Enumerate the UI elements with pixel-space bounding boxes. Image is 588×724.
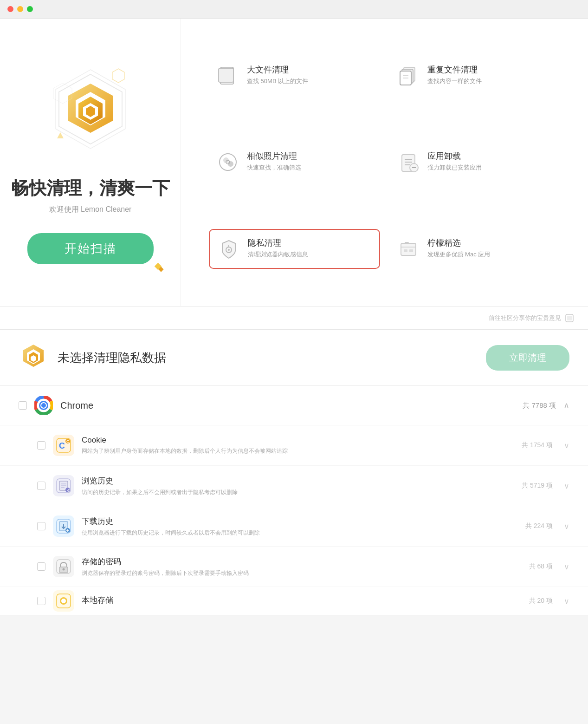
feature-privacy-clean-text: 隐私清理 清理浏览器内敏感信息 bbox=[248, 237, 308, 259]
privacy-header: 未选择清理隐私数据 立即清理 bbox=[0, 330, 588, 386]
download-checkbox[interactable] bbox=[37, 522, 45, 530]
cookie-checkbox[interactable] bbox=[37, 441, 45, 450]
history-icon: ⏱ bbox=[53, 475, 74, 496]
title-bar bbox=[0, 0, 588, 19]
svg-point-53 bbox=[41, 403, 46, 408]
svg-rect-41 bbox=[409, 249, 413, 252]
svg-rect-45 bbox=[567, 316, 572, 320]
svg-rect-18 bbox=[219, 68, 233, 82]
feature-lemon-select-text: 柠檬精选 发现更多优质 Mac 应用 bbox=[427, 237, 491, 259]
community-link[interactable]: 前往社区分享你的宝贵意见 bbox=[489, 313, 574, 323]
download-count: 共 224 项 bbox=[525, 522, 553, 530]
svg-rect-38 bbox=[401, 243, 416, 255]
browser-item-localstorage: 本地存储 共 20 项 ∨ bbox=[0, 587, 588, 615]
feature-duplicate-file-text: 重复文件清理 查找内容一样的文件 bbox=[427, 64, 482, 85]
svg-point-73 bbox=[63, 568, 65, 571]
browser-item-history: ⏱ 浏览历史 访问的历史记录，如果之后不会用到或者出于隐私考虑可以删除 共 57… bbox=[0, 466, 588, 506]
password-icon bbox=[53, 556, 74, 577]
privacy-title: 未选择清理隐私数据 bbox=[58, 350, 477, 366]
history-text: 浏览历史 访问的历史记录，如果之后不会用到或者出于隐私考虑可以删除 bbox=[82, 476, 514, 496]
app-logo bbox=[39, 60, 142, 163]
password-text: 存储的密码 浏览器保存的登录过的账号密码，删除后下次登录需要手动输入密码 bbox=[82, 556, 522, 577]
browser-chevron-up[interactable]: ∧ bbox=[563, 400, 569, 411]
svg-text:C: C bbox=[59, 441, 65, 450]
cookie-count: 共 1754 项 bbox=[522, 441, 553, 450]
localstorage-checkbox[interactable] bbox=[37, 597, 45, 605]
maximize-button[interactable] bbox=[27, 6, 33, 12]
svg-point-76 bbox=[61, 599, 66, 603]
feature-large-file-text: 大文件清理 查找 50MB 以上的文件 bbox=[247, 64, 308, 85]
svg-marker-7 bbox=[112, 69, 124, 83]
feature-lemon-select[interactable]: 柠檬精选 发现更多优质 Mac 应用 bbox=[389, 230, 561, 268]
feature-duplicate-file[interactable]: 重复文件清理 查找内容一样的文件 bbox=[389, 57, 561, 95]
feature-large-file[interactable]: 大文件清理 查找 50MB 以上的文件 bbox=[209, 57, 380, 95]
main-title: 畅快清理，清爽一下 bbox=[11, 176, 170, 200]
chrome-icon bbox=[34, 396, 53, 415]
password-checkbox[interactable] bbox=[37, 562, 45, 571]
localstorage-icon bbox=[53, 590, 74, 612]
browser-item-download: 下载历史 使用浏览器进行下载的历史记录，时间较久或者以后不会用到的可以删除 共 … bbox=[0, 506, 588, 547]
logo-svg bbox=[39, 60, 142, 163]
scan-button[interactable]: 开始扫描 bbox=[27, 233, 154, 264]
right-panel: 大文件清理 查找 50MB 以上的文件 重复文件清理 查找内容一样的文件 bbox=[181, 19, 588, 306]
download-chevron[interactable]: ∨ bbox=[564, 522, 569, 531]
browser-item-password: 存储的密码 浏览器保存的登录过的账号密码，删除后下次登录需要手动输入密码 共 6… bbox=[0, 547, 588, 587]
browser-name: Chrome bbox=[60, 400, 515, 411]
browser-section: Chrome 共 7788 项 ∧ C C Cookie 网站为了辨别用户身份而… bbox=[0, 386, 588, 615]
history-checkbox[interactable] bbox=[37, 482, 45, 490]
cookie-chevron[interactable]: ∨ bbox=[564, 441, 569, 450]
clean-button[interactable]: 立即清理 bbox=[486, 345, 569, 371]
top-panel: 畅快清理，清爽一下 欢迎使用 Lemon Cleaner 开始扫描 bbox=[0, 19, 588, 307]
localstorage-text: 本地存储 bbox=[82, 595, 522, 607]
history-chevron[interactable]: ∨ bbox=[564, 482, 569, 490]
cookie-text: Cookie 网站为了辨别用户身份而存储在本地的数据，删除后个人行为为信息不会被… bbox=[82, 436, 514, 455]
localstorage-chevron[interactable]: ∨ bbox=[564, 597, 569, 606]
browser-count: 共 7788 项 bbox=[523, 401, 556, 410]
feature-similar-photo[interactable]: 相似照片清理 快速查找，准确筛选 bbox=[209, 143, 380, 181]
download-icon bbox=[53, 515, 74, 537]
bottom-panel: 未选择清理隐私数据 立即清理 bbox=[0, 330, 588, 615]
browser-checkbox[interactable] bbox=[19, 401, 27, 410]
password-chevron[interactable]: ∨ bbox=[564, 562, 569, 571]
svg-marker-8 bbox=[57, 132, 64, 138]
download-text: 下载历史 使用浏览器进行下载的历史记录，时间较久或者以后不会用到的可以删除 bbox=[82, 516, 518, 537]
svg-text:C: C bbox=[66, 439, 70, 444]
feature-app-uninstall-text: 应用卸载 强力卸载已安装应用 bbox=[427, 150, 482, 172]
feature-privacy-clean[interactable]: 隐私清理 清理浏览器内敏感信息 bbox=[209, 229, 380, 269]
svg-point-36 bbox=[228, 249, 230, 251]
similar-photo-icon bbox=[216, 150, 239, 174]
diamond-decoration bbox=[152, 260, 167, 278]
large-file-icon bbox=[216, 64, 239, 87]
svg-text:⏱: ⏱ bbox=[67, 489, 71, 493]
browser-item-cookie: C C Cookie 网站为了辨别用户身份而存储在本地的数据，删除后个人行为为信… bbox=[0, 425, 588, 466]
password-count: 共 68 项 bbox=[529, 562, 553, 571]
feature-app-uninstall[interactable]: 应用卸载 强力卸载已安装应用 bbox=[389, 143, 561, 181]
feature-similar-photo-text: 相似照片清理 快速查找，准确筛选 bbox=[247, 150, 301, 172]
app-uninstall-icon bbox=[397, 150, 420, 174]
duplicate-file-icon bbox=[397, 64, 420, 87]
privacy-clean-icon bbox=[217, 237, 240, 261]
close-button[interactable] bbox=[7, 6, 13, 12]
svg-rect-40 bbox=[404, 249, 407, 252]
privacy-logo bbox=[19, 343, 48, 372]
browser-header[interactable]: Chrome 共 7788 项 ∧ bbox=[0, 386, 588, 425]
localstorage-count: 共 20 项 bbox=[529, 597, 553, 605]
cookie-icon: C C bbox=[53, 435, 74, 456]
sub-title: 欢迎使用 Lemon Cleaner bbox=[49, 205, 132, 215]
community-bar: 前往社区分享你的宝贵意见 bbox=[0, 307, 588, 330]
left-panel: 畅快清理，清爽一下 欢迎使用 Lemon Cleaner 开始扫描 bbox=[0, 19, 181, 306]
minimize-button[interactable] bbox=[17, 6, 23, 12]
community-text: 前往社区分享你的宝贵意见 bbox=[489, 314, 561, 322]
lemon-select-icon bbox=[397, 237, 420, 261]
community-icon bbox=[565, 313, 574, 323]
history-count: 共 5719 项 bbox=[522, 482, 553, 490]
